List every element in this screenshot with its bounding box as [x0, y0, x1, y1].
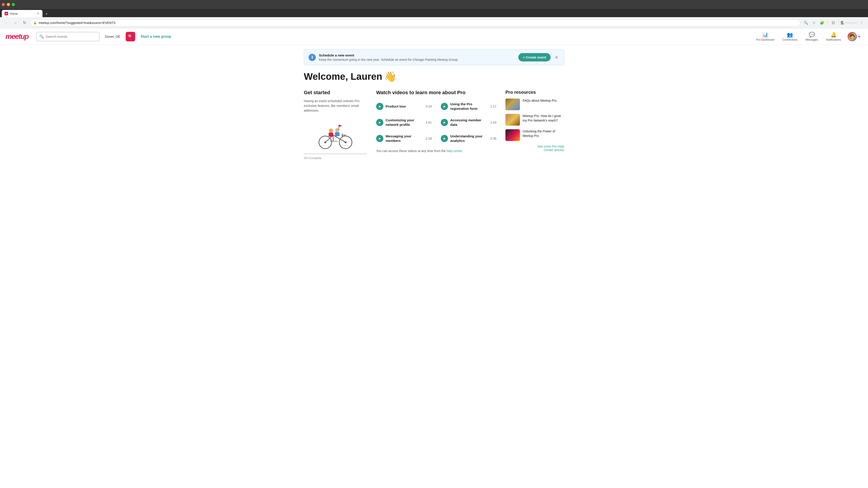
team-bike-svg: [313, 120, 358, 149]
header-nav: 📊 Pro Dashboard 👥 Connections 💬 Messages…: [753, 31, 863, 43]
play-button: ▶: [376, 135, 383, 142]
progress-bar-container: [304, 153, 367, 155]
video-info: Understanding your analytics: [450, 134, 485, 143]
videos-grid: ▶ Product tour 3:19 ▶ Using the Pro regi…: [376, 100, 496, 144]
create-event-button[interactable]: + Create event: [518, 53, 551, 61]
profile-switcher-button[interactable]: ⊡: [830, 19, 837, 26]
play-button: ▶: [376, 119, 383, 126]
new-tab-button[interactable]: +: [43, 11, 50, 17]
play-button: ▶: [441, 103, 448, 110]
nav-notifications[interactable]: 🔔 Notifications: [823, 31, 844, 43]
welcome-heading: Welcome, Lauren 👋: [304, 71, 564, 83]
extensions-button[interactable]: 🧩: [818, 19, 826, 26]
video-title: Understanding your analytics: [450, 134, 485, 143]
search-icon: 🔍: [39, 34, 44, 39]
videos-footer-suffix: .: [462, 149, 463, 153]
search-input[interactable]: [46, 35, 96, 38]
videos-section: Watch videos to learn more about Pro ▶ P…: [376, 90, 496, 153]
play-button: ▶: [441, 119, 448, 126]
window-controls: [2, 3, 15, 6]
resource-thumbnail: [505, 114, 520, 126]
video-info: Messaging your members: [385, 134, 421, 143]
resource-item[interactable]: Unlocking the Power of Meetup Pro: [505, 129, 564, 141]
video-duration: 2:18: [423, 137, 432, 140]
banner-subtitle: Keep the momentum going in the new year.…: [319, 58, 515, 61]
search-bar-container: 🔍: [36, 32, 99, 41]
svg-rect-16: [335, 132, 340, 136]
reload-button[interactable]: ↻: [21, 19, 28, 26]
more-menu-button[interactable]: ⋮: [858, 19, 865, 26]
forward-button[interactable]: →: [12, 19, 19, 26]
play-button: ▶: [376, 103, 383, 110]
pro-dashboard-label: Pro Dashboard: [756, 38, 774, 41]
browser-toolbar: ← → ↻ 🔒 meetup.com/home/?suggested=true&…: [0, 17, 868, 29]
start-new-group-button[interactable]: Start a new group: [139, 35, 173, 39]
see-more-link[interactable]: See more Pro Help Center articles: [505, 144, 564, 152]
lock-icon: 🔒: [33, 21, 37, 24]
pro-resources-title: Pro resources: [505, 90, 564, 95]
location-display[interactable]: Dover, DE: [103, 35, 122, 38]
resource-title: FAQs about Meetup Pro: [523, 98, 557, 110]
chevron-down-icon: ▼: [858, 35, 861, 38]
video-item[interactable]: ▶ Accessing member data 1:43: [441, 116, 496, 129]
active-tab[interactable]: m Home ✕: [2, 10, 42, 17]
browser-chrome: m Home ✕ + ← → ↻ 🔒 meetup.com/home/?sugg…: [0, 0, 868, 29]
window-minimize-button[interactable]: [7, 3, 10, 6]
video-title: Messaging your members: [385, 134, 421, 143]
resource-title: Meetup Pro: How do I grow my Pro Network…: [523, 114, 564, 126]
dashboard-icon: 📊: [762, 32, 768, 38]
video-item[interactable]: ▶ Using the Pro registration form 1:17: [441, 100, 496, 112]
videos-footer-prefix: You can access these videos at any time …: [376, 149, 447, 153]
video-info: Product tour: [385, 104, 421, 109]
videos-title: Watch videos to learn more about Pro: [376, 90, 496, 96]
user-avatar-container[interactable]: 🧑 ▼: [846, 31, 863, 42]
messages-label: Messages: [806, 38, 818, 41]
bike-illustration: [304, 118, 367, 151]
video-item[interactable]: ▶ Understanding your analytics 2:36: [441, 132, 496, 144]
resource-thumbnail: [505, 98, 520, 110]
video-duration: 3:19: [423, 105, 432, 108]
video-info: Accessing member data: [450, 118, 485, 127]
video-item[interactable]: ▶ Messaging your members 2:18: [376, 132, 432, 144]
address-bar[interactable]: 🔒 meetup.com/home/?suggested=true&source…: [30, 19, 800, 27]
nav-connections[interactable]: 👥 Connections: [779, 31, 801, 43]
messages-icon: 💬: [809, 32, 815, 38]
nav-pro-dashboard[interactable]: 📊 Pro Dashboard: [753, 31, 778, 43]
resource-thumbnail: [505, 129, 520, 141]
video-title: Using the Pro registration form: [450, 102, 485, 111]
window-maximize-button[interactable]: [12, 3, 15, 6]
search-toolbar-button[interactable]: 🔍: [802, 19, 809, 26]
address-url: meetup.com/home/?suggested=true&source=E…: [39, 21, 797, 25]
browser-titlebar: [0, 0, 868, 9]
video-title: Product tour: [385, 104, 421, 109]
video-item[interactable]: ▶ Customizing your network profile 1:41: [376, 116, 432, 129]
resource-title: Unlocking the Power of Meetup Pro: [523, 129, 564, 141]
svg-rect-14: [329, 133, 333, 137]
welcome-text: Welcome, Lauren: [304, 71, 382, 82]
get-started-description: Having an event scheduled unlocks Pro ex…: [304, 99, 367, 113]
svg-point-13: [329, 129, 333, 133]
search-submit-button[interactable]: 🔍: [126, 32, 135, 41]
main-content: ℹ Schedule a new event Keep the momentum…: [298, 45, 569, 164]
meetup-logo[interactable]: meetup: [5, 32, 33, 41]
video-item[interactable]: ▶ Product tour 3:19: [376, 100, 432, 112]
user-avatar: 🧑: [848, 32, 857, 41]
notification-banner: ℹ Schedule a new event Keep the momentum…: [304, 49, 564, 65]
resource-item[interactable]: Meetup Pro: How do I grow my Pro Network…: [505, 114, 564, 126]
back-button[interactable]: ←: [3, 19, 10, 26]
play-button: ▶: [441, 135, 448, 142]
get-started-title: Get started: [304, 90, 367, 96]
window-close-button[interactable]: [2, 3, 5, 6]
pro-resources-list: FAQs about Meetup Pro Meetup Pro: How do…: [505, 98, 564, 141]
help-center-link[interactable]: help center: [447, 149, 462, 153]
nav-messages[interactable]: 💬 Messages: [802, 31, 821, 43]
banner-text: Schedule a new event Keep the momentum g…: [319, 53, 515, 61]
video-info: Using the Pro registration form: [450, 102, 485, 111]
bookmark-button[interactable]: ☆: [810, 19, 817, 26]
resource-item[interactable]: FAQs about Meetup Pro: [505, 98, 564, 110]
video-title: Customizing your network profile: [385, 118, 421, 127]
banner-close-button[interactable]: ✕: [554, 55, 559, 60]
svg-marker-18: [339, 125, 342, 127]
banner-info-icon: ℹ: [309, 54, 316, 61]
tab-close-button[interactable]: ✕: [36, 12, 40, 15]
